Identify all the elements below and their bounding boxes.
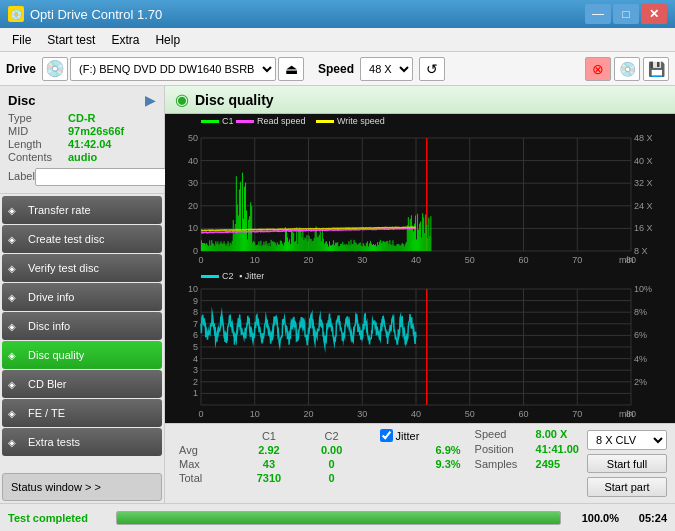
menu-file[interactable]: File [4, 31, 39, 49]
menu-extra[interactable]: Extra [103, 31, 147, 49]
action-buttons: 8 X CLV Start full Start part [587, 428, 667, 499]
fe-te-icon: ◈ [8, 408, 16, 419]
total-row: Total 7310 0 [173, 471, 467, 485]
minimize-button[interactable]: — [585, 4, 611, 24]
start-full-button[interactable]: Start full [587, 454, 667, 474]
clv-select[interactable]: 8 X CLV [587, 430, 667, 450]
samples-value: 2495 [536, 458, 560, 470]
jitter-header-cell: Jitter [374, 428, 467, 443]
status-window-label: Status window > > [11, 481, 101, 493]
total-label: Total [173, 471, 236, 485]
close-button[interactable]: ✕ [641, 4, 667, 24]
length-label: Length [8, 138, 68, 150]
verify-test-disc-icon: ◈ [8, 263, 16, 274]
menu-start-test[interactable]: Start test [39, 31, 103, 49]
c1-header: C1 [236, 428, 301, 443]
chart2-canvas [165, 269, 675, 423]
sidebar-item-cd-bler[interactable]: ◈ CD Bler [2, 370, 162, 398]
start-part-button[interactable]: Start part [587, 477, 667, 497]
drive-select[interactable]: (F:) BENQ DVD DD DW1640 BSRB [70, 57, 276, 81]
content-area: ◉ Disc quality C1 C [165, 86, 675, 503]
max-c1: 43 [236, 457, 301, 471]
chart1 [165, 114, 675, 269]
jitter-label: Jitter [396, 430, 420, 442]
length-value: 41:42.04 [68, 138, 111, 150]
status-text: Test completed [8, 512, 108, 524]
title-bar: 💿 Opti Drive Control 1.70 — □ ✕ [0, 0, 675, 28]
total-c1: 7310 [236, 471, 301, 485]
max-c2: 0 [302, 457, 362, 471]
position-row: Position 41:41.00 [475, 443, 579, 455]
progress-bar-container [116, 511, 561, 525]
chart1-canvas [165, 114, 675, 269]
drive-label: Drive [6, 62, 36, 76]
sidebar-item-verify-test-disc[interactable]: ◈ Verify test disc [2, 254, 162, 282]
disc-quality-title: Disc quality [195, 92, 274, 108]
disc-info-panel: Disc ▶ Type CD-R MID 97m26s66f Length 41… [0, 86, 164, 194]
menu-bar: File Start test Extra Help [0, 28, 675, 52]
speed-row: Speed 8.00 X [475, 428, 579, 440]
chart2 [165, 269, 675, 423]
status-window-button[interactable]: Status window > > [2, 473, 162, 501]
disc-quality-header-icon: ◉ [175, 90, 189, 109]
contents-value: audio [68, 151, 97, 163]
avg-row: Avg 2.92 0.00 6.9% [173, 443, 467, 457]
drive-icon: 💿 [42, 57, 68, 81]
speed-label: Speed [318, 62, 354, 76]
max-row: Max 43 0 9.3% [173, 457, 467, 471]
eject-button[interactable]: ⏏ [278, 57, 304, 81]
speed-value: 8.00 X [536, 428, 568, 440]
drive-info-icon: ◈ [8, 292, 16, 303]
type-value: CD-R [68, 112, 96, 124]
progress-text: 100.0% [569, 512, 619, 524]
sidebar-item-extra-tests[interactable]: ◈ Extra tests [2, 428, 162, 456]
charts-container [165, 114, 675, 423]
avg-c2: 0.00 [302, 443, 362, 457]
disc-arrow-button[interactable]: ▶ [145, 92, 156, 108]
sidebar-item-disc-info[interactable]: ◈ Disc info [2, 312, 162, 340]
avg-c1: 2.92 [236, 443, 301, 457]
erase-button[interactable]: ⊗ [585, 57, 611, 81]
sidebar-item-disc-quality[interactable]: ◈ Disc quality [2, 341, 162, 369]
max-jitter: 9.3% [374, 457, 467, 471]
extra-tests-icon: ◈ [8, 437, 16, 448]
drive-toolbar: Drive 💿 (F:) BENQ DVD DD DW1640 BSRB ⏏ S… [0, 52, 675, 86]
c2-header: C2 [302, 428, 362, 443]
disc-button[interactable]: 💿 [614, 57, 640, 81]
refresh-button[interactable]: ↺ [419, 57, 445, 81]
speed-select[interactable]: 48 X [360, 57, 413, 81]
maximize-button[interactable]: □ [613, 4, 639, 24]
menu-help[interactable]: Help [147, 31, 188, 49]
speed-info: Speed 8.00 X Position 41:41.00 Samples 2… [475, 428, 579, 499]
avg-jitter: 6.9% [374, 443, 467, 457]
mid-value: 97m26s66f [68, 125, 124, 137]
main-layout: Disc ▶ Type CD-R MID 97m26s66f Length 41… [0, 86, 675, 503]
app-icon: 💿 [8, 6, 24, 22]
label-input[interactable] [35, 168, 179, 186]
disc-quality-header: ◉ Disc quality [165, 86, 675, 114]
position-label: Position [475, 443, 530, 455]
disc-info-icon: ◈ [8, 321, 16, 332]
cd-bler-icon: ◈ [8, 379, 16, 390]
position-value: 41:41.00 [536, 443, 579, 455]
sidebar-item-create-test-disc[interactable]: ◈ Create test disc [2, 225, 162, 253]
contents-label: Contents [8, 151, 68, 163]
disc-panel-title: Disc [8, 93, 35, 108]
sidebar-item-transfer-rate[interactable]: ◈ Transfer rate [2, 196, 162, 224]
create-test-disc-icon: ◈ [8, 234, 16, 245]
disc-quality-icon: ◈ [8, 350, 16, 361]
speed-label-stat: Speed [475, 428, 530, 440]
mid-label: MID [8, 125, 68, 137]
sidebar-item-drive-info[interactable]: ◈ Drive info [2, 283, 162, 311]
label-label: Label [8, 170, 35, 182]
time-text: 05:24 [627, 512, 667, 524]
stats-bar: C1 C2 Jitter Avg 2.92 [165, 423, 675, 503]
type-label: Type [8, 112, 68, 124]
sidebar-item-fe-te[interactable]: ◈ FE / TE [2, 399, 162, 427]
sidebar: Disc ▶ Type CD-R MID 97m26s66f Length 41… [0, 86, 165, 503]
jitter-checkbox[interactable] [380, 429, 393, 442]
max-label: Max [173, 457, 236, 471]
save-button[interactable]: 💾 [643, 57, 669, 81]
sidebar-nav: ◈ Transfer rate ◈ Create test disc ◈ Ver… [0, 194, 164, 471]
stats-table: C1 C2 Jitter Avg 2.92 [173, 428, 467, 499]
